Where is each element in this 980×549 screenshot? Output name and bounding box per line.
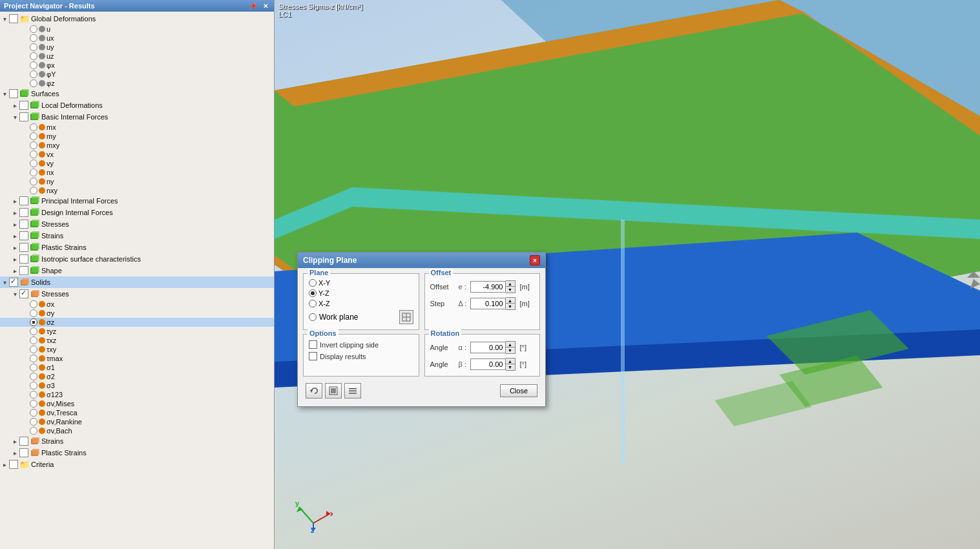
radio-ny[interactable] [30,178,37,185]
check-global-deformations[interactable] [9,14,18,23]
tree-item-mx[interactable]: mx [0,123,274,132]
radio-yz[interactable] [309,289,317,297]
tree-item-vx[interactable]: vx [0,150,274,159]
display-results-checkbox[interactable] [309,352,317,360]
angle-beta-increment[interactable]: ▲ [506,358,515,364]
radio-tau-yz[interactable] [30,327,37,335]
tree-item-criteria[interactable]: ▸ 📁 Criteria [0,459,274,470]
check-surf-stresses[interactable] [19,220,28,229]
radio-sigma-123[interactable] [30,391,37,399]
check-shape[interactable] [19,266,28,275]
tree-item-design[interactable]: ▸ Design Internal Forces [0,207,274,218]
radio-bach[interactable] [30,427,37,435]
expand-criteria[interactable]: ▸ [0,461,9,468]
tree-item-u[interactable]: u [0,25,274,34]
radio-mises[interactable] [30,400,37,408]
expand-solids[interactable]: ▾ [0,279,9,286]
radio-u[interactable] [30,25,37,33]
tree-item-phiy[interactable]: φY [0,70,274,79]
invert-clipping-row[interactable]: Invert clipping side [309,340,413,349]
tree-item-sigma-3[interactable]: σ3 [0,381,274,390]
tree-item-bach[interactable]: σv,Bach [0,426,274,435]
invert-clipping-checkbox[interactable] [309,340,317,349]
tree-item-sigma-1[interactable]: σ1 [0,363,274,372]
undo-button[interactable] [306,383,322,399]
check-isotropic[interactable] [19,254,28,264]
check-solid-strains[interactable] [19,437,28,446]
tree-item-basic-internal[interactable]: ▾ Basic Internal Forces [0,111,274,123]
radio-phiz[interactable] [30,79,37,87]
angle-alpha-decrement[interactable]: ▼ [506,347,515,353]
radio-my[interactable] [30,132,37,140]
plane-option-xy[interactable]: X-Y [309,279,413,287]
radio-sigma-2[interactable] [30,373,37,380]
radio-mx[interactable] [30,123,37,131]
work-plane-button[interactable] [399,310,413,324]
apply-button[interactable] [325,383,342,399]
tree-item-solid-strains[interactable]: ▸ Strains [0,435,274,447]
expand-principal[interactable]: ▸ [10,198,19,205]
tree-item-surf-strains[interactable]: ▸ Strains [0,230,274,242]
tree-item-nxy[interactable]: nxy [0,186,274,195]
tree-item-surf-plastic[interactable]: ▸ Plastic Strains [0,242,274,253]
check-solids[interactable] [9,278,18,287]
radio-nx[interactable] [30,169,37,176]
tree-item-principal[interactable]: ▸ Principal Internal Forces [0,195,274,207]
radio-phiy[interactable] [30,70,37,78]
dialog-close-button[interactable]: × [530,255,540,265]
offset-increment[interactable]: ▲ [506,281,515,287]
tree-item-tau-xy[interactable]: τxy [0,345,274,354]
expand-surfaces[interactable]: ▾ [0,90,9,98]
expand-design[interactable]: ▸ [10,209,19,216]
radio-vy[interactable] [30,160,37,167]
tree-item-mises[interactable]: σv,Mises [0,399,274,408]
plane-option-xz[interactable]: X-Z [309,300,413,307]
radio-mxy[interactable] [30,141,37,149]
radio-tau-xz[interactable] [30,337,37,344]
expand-local-def[interactable]: ▸ [10,102,19,109]
tree-item-global-deformations[interactable]: ▾ 📁 Global Deformations [0,13,274,25]
radio-rankine[interactable] [30,418,37,426]
angle-beta-input[interactable] [470,358,506,370]
expand-solid-plastic[interactable]: ▸ [10,450,19,457]
tree-item-phiz[interactable]: φz [0,79,274,88]
offset-decrement[interactable]: ▼ [506,287,515,293]
tree-item-ny[interactable]: ny [0,177,274,186]
expand-global-deformations[interactable]: ▾ [0,16,9,23]
radio-ux[interactable] [30,34,37,42]
step-spinbox[interactable]: ▲ ▼ [470,297,516,310]
tree-item-shape[interactable]: ▸ Shape [0,265,274,276]
tree-item-ux[interactable]: ux [0,34,274,43]
step-decrement[interactable]: ▼ [506,304,515,309]
tree-item-nx[interactable]: nx [0,168,274,177]
radio-sigma-x[interactable] [30,300,37,308]
tree-item-surfaces[interactable]: ▾ Surfaces [0,88,274,99]
tree-item-solid-stresses[interactable]: ▾ Stresses [0,288,274,300]
radio-sigma-z[interactable] [30,318,37,326]
close-button[interactable]: Close [500,384,537,397]
display-results-row[interactable]: Display results [309,352,413,360]
expand-solid-stresses[interactable]: ▾ [10,291,19,298]
check-criteria[interactable] [9,460,18,469]
settings-button[interactable] [344,383,361,399]
tree-item-solid-plastic[interactable]: ▸ Plastic Strains [0,447,274,459]
expand-solid-strains[interactable]: ▸ [10,438,19,445]
expand-shape[interactable]: ▸ [10,267,19,274]
angle-alpha-input[interactable] [470,342,506,353]
angle-beta-decrement[interactable]: ▼ [506,364,515,370]
tree-item-tresca[interactable]: σv,Tresca [0,408,274,417]
radio-nxy[interactable] [30,187,37,194]
panel-pin-btn[interactable]: 📌 [247,3,258,10]
radio-uz[interactable] [30,52,37,60]
radio-xz[interactable] [309,300,317,307]
offset-input[interactable] [470,281,506,293]
tree-item-tau-xz[interactable]: τxz [0,336,274,345]
check-principal[interactable] [19,196,28,205]
step-increment[interactable]: ▲ [506,298,515,304]
step-input[interactable] [470,298,506,309]
expand-surf-strains[interactable]: ▸ [10,233,19,240]
radio-tau-xy[interactable] [30,346,37,353]
tree-item-tau-yz[interactable]: τyz [0,327,274,336]
tree-item-my[interactable]: my [0,132,274,141]
tree-item-solids[interactable]: ▾ Solids [0,276,274,288]
